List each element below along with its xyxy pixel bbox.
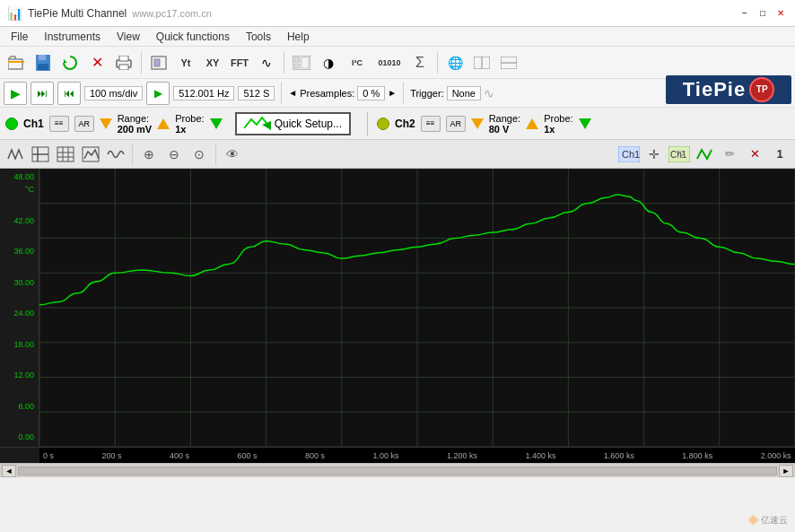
scroll-left[interactable]: ◄ — [2, 465, 16, 477]
svg-rect-7 — [119, 65, 128, 70]
menu-view[interactable]: View — [109, 29, 147, 45]
step-fwd-button[interactable]: ▶ — [146, 82, 170, 105]
ch1-range-label: Range: — [118, 113, 149, 124]
x-200: 200 s — [101, 451, 121, 460]
gt-grid[interactable] — [29, 143, 52, 166]
ch1-probe-value: 1x — [175, 124, 204, 135]
ch2-range-down[interactable] — [471, 118, 484, 129]
tb-stop[interactable]: ✕ — [84, 50, 109, 75]
ch2-led[interactable] — [377, 118, 389, 130]
gt-signal[interactable] — [4, 143, 27, 166]
step-back-button[interactable]: ⏮ — [57, 82, 81, 105]
svg-marker-4 — [64, 59, 67, 63]
y-top-label: 48.00 — [2, 172, 37, 181]
tb-cursor[interactable]: ◑ — [316, 50, 341, 75]
gt-wave-type[interactable] — [104, 143, 127, 166]
scroll-track[interactable] — [18, 467, 777, 475]
ch2-probe-value: 1x — [544, 124, 572, 135]
ch2-probe-group: Probe: 1x — [544, 113, 572, 135]
gt-scope[interactable] — [79, 143, 102, 166]
tb-i2c[interactable]: I²C — [343, 50, 371, 75]
tb-save[interactable] — [31, 50, 56, 75]
maximize-button[interactable]: □ — [756, 6, 770, 21]
gt-ch2-overlay[interactable]: Ch1/2 — [668, 143, 691, 166]
time-per-div-box[interactable]: 100 ms/div — [84, 86, 143, 100]
app-icon: 📊 — [7, 6, 22, 21]
tiepie-logo: TiePie TP — [666, 75, 791, 104]
sep-t2 — [403, 83, 404, 104]
presamples-arrow-left[interactable]: ◄ — [288, 88, 297, 98]
x-1200: 1.200 ks — [447, 451, 477, 460]
gt-erase[interactable]: ✏ — [718, 143, 741, 166]
sample-rate-box[interactable]: 512.001 Hz — [173, 86, 234, 100]
ch1-range-up[interactable] — [157, 118, 170, 129]
gt-signal-icon[interactable] — [693, 143, 716, 166]
trigger-label: Trigger: — [410, 88, 444, 99]
x-labels-row: 0 s 200 s 400 s 600 s 800 s 1.00 ks 1.20… — [39, 448, 795, 463]
tb-open[interactable] — [4, 50, 29, 75]
menu-bar: File Instruments View Quick functions To… — [0, 27, 795, 47]
play-to-end-button[interactable]: ⏭ — [31, 82, 54, 105]
tb-sigma[interactable]: Σ — [407, 50, 432, 75]
svg-rect-11 — [294, 57, 300, 62]
y-label-36: 36.00 — [2, 247, 37, 256]
gt-table[interactable] — [54, 143, 77, 166]
tb-print[interactable] — [111, 50, 136, 75]
zoom-in-button[interactable]: ⊕ — [137, 143, 161, 166]
quick-setup-btn[interactable]: Quick Setup... — [235, 112, 351, 135]
play-button[interactable]: ▶ — [4, 82, 27, 105]
gt-counter[interactable]: 1 — [768, 143, 791, 166]
ch1-range-group: Range: 200 mV — [118, 113, 153, 135]
samples-box[interactable]: 512 S — [238, 86, 275, 100]
close-button[interactable]: ✕ — [773, 6, 788, 21]
tb-globe[interactable]: 🌐 — [442, 50, 467, 75]
y-label-42: 42.00 — [2, 216, 37, 225]
ch1-led[interactable] — [5, 118, 18, 130]
tb-ch-setup[interactable] — [146, 50, 171, 75]
menu-tools[interactable]: Tools — [239, 29, 278, 45]
gt-ch1-icon[interactable]: Ch1 — [617, 143, 641, 166]
tb-view2[interactable] — [496, 50, 521, 75]
menu-quick-functions[interactable]: Quick functions — [149, 29, 237, 45]
tb-view1[interactable] — [469, 50, 494, 75]
ch1-range-down[interactable] — [100, 118, 112, 129]
ch1-probe-down[interactable] — [210, 118, 223, 129]
tb-refresh[interactable] — [57, 50, 83, 75]
svg-rect-2 — [39, 55, 46, 60]
minimize-button[interactable]: − — [738, 6, 752, 21]
gt-close[interactable]: ✕ — [743, 143, 766, 166]
graph-canvas-area[interactable] — [39, 169, 795, 447]
menu-help[interactable]: Help — [280, 29, 317, 45]
ch1-range-value: 200 mV — [118, 124, 153, 135]
sep-t1 — [281, 83, 282, 104]
ch2-range-value: 80 V — [489, 124, 520, 135]
zoom-fit-button[interactable]: ⊙ — [188, 143, 211, 166]
presamples-arrow-right[interactable]: ► — [388, 88, 397, 98]
ch1-coupling-btn[interactable]: ≡≡ — [49, 116, 69, 132]
tb-fft[interactable]: FFT — [227, 50, 252, 75]
tb-digital[interactable]: 01010 — [373, 50, 406, 75]
toolbar-main: ✕ Yt XY FFT ∿ ◑ I²C 01010 Σ 🌐 TiePie TP — [0, 47, 795, 79]
menu-instruments[interactable]: Instruments — [37, 29, 108, 45]
ch2-probe-down[interactable] — [579, 118, 591, 129]
trigger-wave-icon: ∿ — [484, 86, 494, 100]
zoom-out-button[interactable]: ⊖ — [162, 143, 186, 166]
gt-cursor-cross[interactable]: ✛ — [642, 143, 666, 166]
menu-file[interactable]: File — [4, 29, 35, 45]
ch2-range-up[interactable] — [526, 118, 538, 129]
waveform-canvas — [39, 169, 795, 447]
tb-graph[interactable]: Yt — [173, 50, 198, 75]
ch2-ar-btn[interactable]: AR — [446, 116, 466, 132]
tb-wave[interactable]: ∿ — [254, 50, 279, 75]
svg-rect-3 — [38, 64, 48, 70]
gt-eye[interactable]: 👁 — [221, 143, 244, 166]
ch2-probe-label: Probe: — [544, 113, 572, 124]
trigger-group: Trigger: None ∿ — [410, 86, 494, 100]
scroll-right[interactable]: ► — [779, 465, 793, 477]
title-url: www.pc17.com.cn — [132, 8, 212, 19]
app-title: TiePie Multi Channel — [28, 7, 127, 20]
ch2-coupling-btn[interactable]: ≡≡ — [421, 116, 441, 132]
tb-math[interactable] — [289, 50, 314, 75]
ch1-ar-btn[interactable]: AR — [74, 116, 94, 132]
tb-xy[interactable]: XY — [200, 50, 225, 75]
